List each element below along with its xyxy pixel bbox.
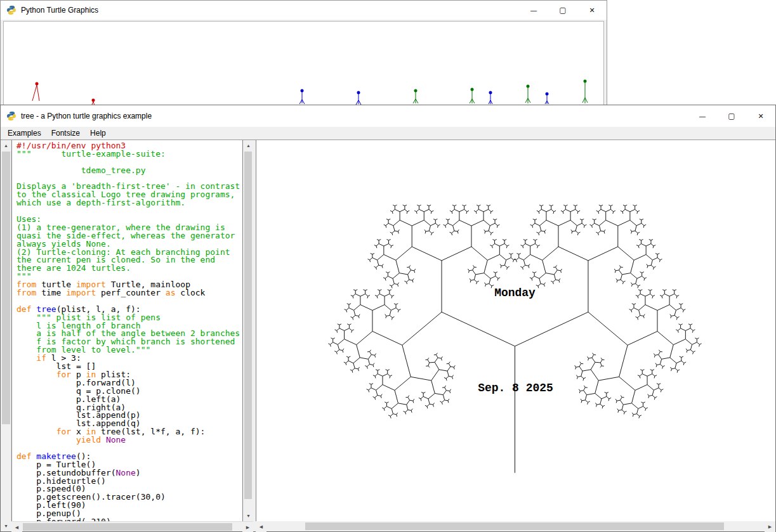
turtle-figure xyxy=(356,91,361,105)
fractal-tree-drawing: MondaySep. 8 2025 xyxy=(256,140,775,521)
bg-minimize-button[interactable]: — xyxy=(519,1,548,20)
turtle-figure xyxy=(525,85,530,104)
canvas-text-label: Sep. 8 2025 xyxy=(478,382,553,394)
code-line xyxy=(16,207,242,216)
fg-content-area: ▲ ▼ #!/usr/bin/env python3""" turtle-exa… xyxy=(1,140,775,531)
canvas-horizontal-scrollbar[interactable]: ◀ ▶ xyxy=(256,521,775,531)
code-line: yield None xyxy=(16,436,242,444)
scroll-up-icon[interactable]: ▲ xyxy=(243,140,254,151)
canvas-vscroll-thumb[interactable] xyxy=(244,152,252,499)
turtle-figure xyxy=(299,89,305,105)
fg-window-titlebar[interactable]: tree - a Python turtle graphics example … xyxy=(1,105,775,127)
scroll-right-icon[interactable]: ▶ xyxy=(242,522,253,532)
code-line: there are 1024 turtles. xyxy=(16,264,242,273)
turtledemo-tree-window: tree - a Python turtle graphics example … xyxy=(0,105,776,532)
fg-minimize-button[interactable]: — xyxy=(688,105,717,127)
bg-window-controls: — ▢ ✕ xyxy=(519,1,607,20)
turtle-figure xyxy=(582,80,588,104)
canvas-vertical-scrollbar[interactable]: ▲ ▼ xyxy=(243,140,253,521)
bg-window-title: Python Turtle Graphics xyxy=(21,6,98,15)
python-app-icon xyxy=(6,111,16,121)
code-vscroll-thumb[interactable] xyxy=(2,152,10,424)
code-line: which use a depth-first-algorithm. xyxy=(16,199,242,207)
canvas-hscroll-thumb[interactable] xyxy=(305,522,724,530)
turtle-canvas: MondaySep. 8 2025 xyxy=(256,140,775,521)
fg-window-title: tree - a Python turtle graphics example xyxy=(21,112,152,120)
fg-window-controls: — ▢ ✕ xyxy=(688,105,775,127)
code-editor[interactable]: #!/usr/bin/env python3""" turtle-example… xyxy=(11,140,243,521)
menu-help[interactable]: Help xyxy=(85,127,111,139)
code-line: """ turtle-example-suite: xyxy=(16,150,242,159)
turtle-figure xyxy=(32,82,39,101)
bg-maximize-button[interactable]: ▢ xyxy=(548,1,577,20)
turtle-figure xyxy=(489,91,492,105)
scroll-down-icon[interactable]: ▼ xyxy=(243,510,254,521)
turtle-figure xyxy=(470,88,475,104)
fg-close-button[interactable]: ✕ xyxy=(746,105,775,127)
turtle-figure xyxy=(545,93,549,105)
python-app-icon xyxy=(6,5,16,15)
menu-examples[interactable]: Examples xyxy=(3,127,46,139)
scroll-left-icon[interactable]: ◀ xyxy=(256,521,266,532)
tree-branches xyxy=(328,205,701,472)
scroll-left-icon[interactable]: ◀ xyxy=(11,522,22,532)
code-vertical-scrollbar[interactable]: ▲ ▼ xyxy=(1,140,11,531)
code-line: tdemo_tree.py xyxy=(16,167,242,175)
scroll-right-icon[interactable]: ▶ xyxy=(765,521,775,532)
menu-fontsize[interactable]: Fontsize xyxy=(46,127,85,139)
fg-maximize-button[interactable]: ▢ xyxy=(717,105,746,127)
menu-bar: Examples Fontsize Help xyxy=(1,127,775,140)
scroll-down-icon[interactable]: ▼ xyxy=(1,521,11,531)
scroll-up-icon[interactable]: ▲ xyxy=(1,140,11,151)
canvas-text-label: Monday xyxy=(494,287,536,299)
code-hscroll-thumb[interactable] xyxy=(23,523,232,531)
code-line: from time import perf_counter as clock xyxy=(16,289,242,297)
bg-window-titlebar[interactable]: Python Turtle Graphics — ▢ ✕ xyxy=(1,1,607,20)
bg-close-button[interactable]: ✕ xyxy=(577,1,607,20)
code-horizontal-scrollbar[interactable]: ◀ ▶ xyxy=(11,521,253,531)
turtle-figure xyxy=(413,89,418,104)
